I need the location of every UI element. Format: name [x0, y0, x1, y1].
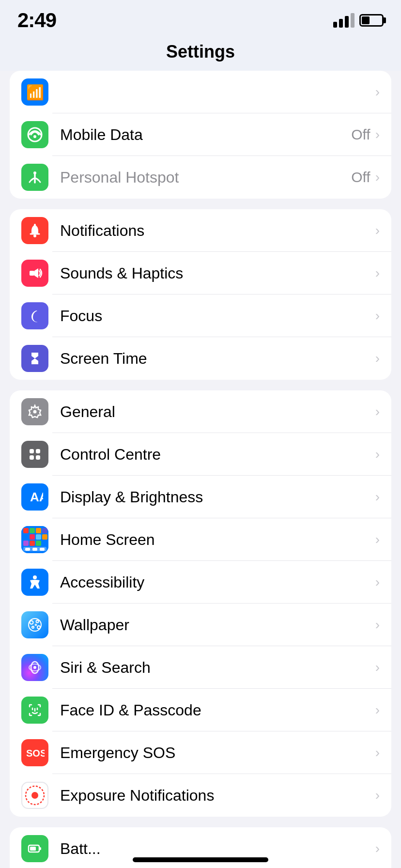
- focus-row[interactable]: Focus ›: [10, 294, 391, 337]
- moon-svg: [27, 308, 43, 324]
- chevron-icon: ›: [375, 617, 380, 633]
- accessibility-row[interactable]: Accessibility ›: [10, 561, 391, 604]
- list-item[interactable]: 📶 ›: [10, 71, 391, 113]
- home-indicator: [133, 857, 268, 862]
- home-screen-row[interactable]: Home Screen ›: [10, 518, 391, 561]
- settings-group-2: Notifications › Sounds & Haptics › Focus…: [10, 209, 391, 380]
- siri-icon: [21, 654, 48, 681]
- svg-marker-6: [34, 268, 38, 278]
- sounds-haptics-row[interactable]: Sounds & Haptics ›: [10, 252, 391, 294]
- signal-bars-icon: [333, 13, 355, 28]
- svg-rect-4: [34, 224, 36, 226]
- notifications-row[interactable]: Notifications ›: [10, 209, 391, 252]
- notifications-label: Notifications: [60, 222, 375, 240]
- battery-icon: [359, 14, 384, 27]
- emergency-sos-row[interactable]: SOS Emergency SOS ›: [10, 731, 391, 774]
- home-screen-label: Home Screen: [60, 531, 375, 549]
- chevron-icon: ›: [375, 308, 380, 324]
- exposure-notifications-icon: [21, 782, 48, 809]
- svg-rect-5: [30, 271, 34, 276]
- svg-rect-29: [32, 548, 37, 551]
- hotspot-value: Off: [351, 169, 370, 186]
- face-id-svg: [27, 702, 43, 718]
- svg-rect-22: [42, 534, 47, 540]
- svg-point-3: [33, 234, 36, 237]
- accessibility-icon: [21, 569, 48, 596]
- screen-time-icon: [21, 345, 48, 372]
- control-centre-svg: [27, 446, 43, 463]
- svg-rect-19: [23, 534, 29, 540]
- bell-svg: [27, 222, 43, 239]
- hotspot-svg: [27, 169, 43, 186]
- sounds-svg: [27, 265, 43, 281]
- svg-text:AA: AA: [30, 490, 43, 504]
- face-id-row[interactable]: Face ID & Passcode ›: [10, 689, 391, 731]
- chevron-icon: ›: [375, 351, 380, 366]
- accessibility-label: Accessibility: [60, 574, 375, 591]
- row-icon-wifi: 📶: [21, 78, 48, 106]
- control-centre-row[interactable]: Control Centre ›: [10, 433, 391, 476]
- emergency-sos-icon: SOS: [21, 739, 48, 766]
- mobile-data-icon: [21, 121, 48, 148]
- svg-rect-28: [25, 548, 30, 551]
- exposure-svg: [24, 784, 46, 806]
- chevron-icon: ›: [375, 84, 380, 100]
- svg-point-1: [33, 135, 36, 138]
- chevron-icon: ›: [375, 745, 380, 760]
- wallpaper-row[interactable]: Wallpaper ›: [10, 604, 391, 646]
- svg-rect-17: [36, 528, 41, 533]
- sounds-icon: [21, 260, 48, 287]
- svg-point-33: [30, 621, 33, 624]
- svg-point-34: [36, 620, 39, 623]
- svg-rect-23: [23, 541, 29, 546]
- svg-text:SOS: SOS: [26, 748, 45, 759]
- svg-point-35: [37, 626, 40, 629]
- hotspot-label: Personal Hotspot: [60, 169, 351, 186]
- chevron-icon: ›: [375, 532, 380, 547]
- screen-time-row[interactable]: Screen Time ›: [10, 337, 391, 380]
- siri-search-row[interactable]: Siri & Search ›: [10, 646, 391, 689]
- personal-hotspot-row[interactable]: Personal Hotspot Off ›: [10, 156, 391, 199]
- hourglass-svg: [27, 350, 43, 367]
- status-bar: 2:49: [0, 0, 401, 37]
- display-brightness-label: Display & Brightness: [60, 488, 375, 506]
- svg-rect-9: [30, 449, 34, 453]
- wallpaper-label: Wallpaper: [60, 616, 375, 634]
- svg-rect-11: [30, 455, 34, 460]
- display-brightness-icon: AA: [21, 483, 48, 511]
- general-label: General: [60, 403, 375, 421]
- settings-group-top-partial: 📶 › Mobile Data Off › Personal Hotspo: [10, 71, 391, 199]
- mobile-data-row[interactable]: Mobile Data Off ›: [10, 113, 391, 156]
- chevron-icon: ›: [375, 447, 380, 462]
- wifi-icon: 📶: [26, 84, 44, 101]
- settings-group-3: General › Control Centre › AA Display & …: [10, 390, 391, 817]
- exposure-notifications-label: Exposure Notifications: [60, 787, 375, 805]
- accessibility-svg: [27, 574, 43, 590]
- siri-search-label: Siri & Search: [60, 659, 375, 677]
- svg-rect-48: [39, 847, 41, 850]
- svg-point-2: [33, 171, 36, 174]
- control-centre-icon: [21, 441, 48, 468]
- display-brightness-row[interactable]: AA Display & Brightness ›: [10, 476, 391, 518]
- wallpaper-svg: [27, 617, 43, 633]
- status-icons: [333, 13, 384, 28]
- siri-svg: [27, 659, 43, 676]
- sos-svg: SOS: [25, 747, 45, 759]
- svg-rect-18: [42, 528, 47, 533]
- display-svg: AA: [27, 489, 43, 505]
- general-row[interactable]: General ›: [10, 390, 391, 433]
- mobile-data-value: Off: [351, 126, 370, 143]
- chevron-icon: ›: [375, 265, 380, 281]
- chevron-icon: ›: [375, 170, 380, 185]
- battery-row-icon: [21, 835, 48, 862]
- control-centre-label: Control Centre: [60, 446, 375, 464]
- general-icon: [21, 398, 48, 425]
- emergency-sos-label: Emergency SOS: [60, 744, 375, 762]
- notifications-icon: [21, 217, 48, 244]
- exposure-notifications-row[interactable]: Exposure Notifications ›: [10, 774, 391, 817]
- gear-svg: [27, 403, 43, 420]
- svg-rect-49: [30, 847, 36, 851]
- face-id-icon: [21, 697, 48, 724]
- nav-bar: Settings: [0, 37, 401, 71]
- home-screen-icon: [21, 526, 48, 553]
